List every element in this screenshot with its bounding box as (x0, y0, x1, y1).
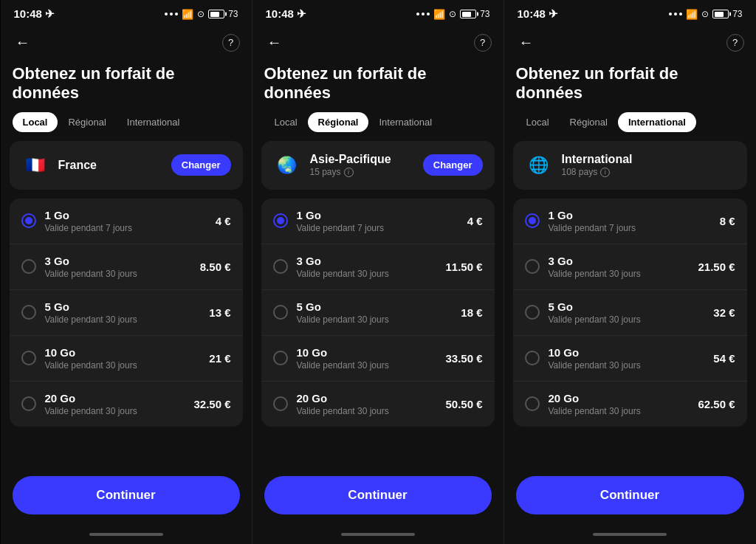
radio-button[interactable] (525, 396, 540, 411)
header: ← ? (1, 25, 252, 57)
plan-info: 3 GoValide pendant 30 jours (297, 255, 446, 279)
radio-button[interactable] (273, 259, 288, 274)
tab-regional[interactable]: Régional (308, 112, 369, 132)
radio-button[interactable] (21, 396, 36, 411)
radio-button[interactable] (525, 305, 540, 320)
radio-button[interactable] (21, 213, 36, 228)
continue-button[interactable]: Continuer (516, 476, 744, 514)
tab-local[interactable]: Local (13, 112, 58, 132)
tab-regional[interactable]: Régional (560, 112, 618, 132)
region-selector: 🌐International108 pays i (513, 141, 747, 190)
change-region-button[interactable]: Changer (423, 154, 483, 176)
plan-item-0[interactable]: 1 GoValide pendant 7 jours4 € (261, 199, 495, 244)
home-indicator (504, 529, 756, 544)
plan-validity: Valide pendant 30 jours (45, 360, 210, 371)
plan-size: 20 Go (549, 392, 698, 404)
change-region-button[interactable]: Changer (171, 154, 231, 176)
plan-price: 8.50 € (200, 261, 231, 273)
plan-size: 20 Go (297, 392, 446, 404)
plan-info: 3 GoValide pendant 30 jours (45, 255, 200, 279)
plan-item-4[interactable]: 20 GoValide pendant 30 jours32.50 € (10, 382, 243, 427)
plan-validity: Valide pendant 7 jours (549, 223, 720, 233)
plan-size: 10 Go (297, 346, 446, 359)
status-time: 10:48 ✈ (518, 7, 559, 21)
region-name: Asie-Pacifique (310, 153, 423, 166)
plan-item-0[interactable]: 1 GoValide pendant 7 jours8 € (513, 199, 747, 244)
help-button[interactable]: ? (222, 34, 240, 52)
plan-size: 1 Go (45, 209, 216, 221)
plan-info: 5 GoValide pendant 30 jours (45, 300, 210, 325)
plan-validity: Valide pendant 30 jours (549, 406, 698, 416)
header: ← ? (504, 25, 756, 57)
radio-inner (529, 217, 536, 224)
plan-size: 5 Go (549, 300, 714, 313)
radio-button[interactable] (273, 351, 288, 365)
battery-icon (460, 10, 476, 18)
plan-price: 4 € (467, 215, 483, 227)
plan-item-2[interactable]: 5 GoValide pendant 30 jours32 € (513, 290, 747, 336)
scroll-content: 🌐International108 pays i1 GoValide penda… (504, 141, 756, 467)
tab-local[interactable]: Local (264, 112, 308, 132)
plan-info: 1 GoValide pendant 7 jours (297, 209, 467, 233)
tab-international[interactable]: International (618, 112, 696, 132)
radio-button[interactable] (21, 351, 36, 365)
tab-international[interactable]: International (368, 112, 442, 132)
plan-item-2[interactable]: 5 GoValide pendant 30 jours18 € (261, 290, 495, 336)
phone-phone-local: 10:48 ✈ 📶 ⊙ 73 ← ? Obtenez un forfait de… (1, 0, 252, 544)
plan-item-1[interactable]: 3 GoValide pendant 30 jours21.50 € (513, 244, 747, 290)
plan-item-3[interactable]: 10 GoValide pendant 30 jours33.50 € (261, 336, 495, 382)
plans-list: 1 GoValide pendant 7 jours4 €3 GoValide … (10, 199, 243, 427)
plan-price: 32.50 € (193, 398, 230, 410)
wifi-signal-icon: ⊙ (197, 9, 205, 19)
plan-info: 10 GoValide pendant 30 jours (549, 346, 714, 371)
plan-item-1[interactable]: 3 GoValide pendant 30 jours11.50 € (261, 244, 495, 290)
region-selector: 🇫🇷FranceChanger (10, 141, 243, 190)
info-icon: i (344, 168, 354, 177)
plan-item-3[interactable]: 10 GoValide pendant 30 jours54 € (513, 336, 747, 382)
region-info: Asie-Pacifique15 pays i (310, 153, 423, 177)
plan-info: 5 GoValide pendant 30 jours (297, 300, 461, 325)
continue-button[interactable]: Continuer (13, 476, 240, 514)
radio-button[interactable] (273, 213, 288, 228)
continue-button[interactable]: Continuer (264, 476, 492, 514)
radio-button[interactable] (273, 305, 288, 320)
back-button[interactable]: ← (264, 31, 285, 54)
plan-info: 10 GoValide pendant 30 jours (297, 346, 446, 371)
plan-validity: Valide pendant 7 jours (45, 223, 216, 233)
help-button[interactable]: ? (726, 34, 744, 52)
home-indicator (252, 529, 504, 544)
plan-info: 20 GoValide pendant 30 jours (45, 392, 194, 416)
plan-size: 1 Go (549, 209, 720, 221)
tab-regional[interactable]: Régional (58, 112, 116, 132)
plan-price: 33.50 € (445, 352, 482, 365)
tab-local[interactable]: Local (516, 112, 560, 132)
back-button[interactable]: ← (13, 31, 33, 54)
radio-button[interactable] (525, 213, 540, 228)
help-button[interactable]: ? (474, 34, 492, 52)
continue-area: Continuer (1, 467, 252, 529)
plan-price: 32 € (713, 306, 735, 319)
plan-item-3[interactable]: 10 GoValide pendant 30 jours21 € (10, 336, 243, 382)
plan-item-2[interactable]: 5 GoValide pendant 30 jours13 € (10, 290, 243, 336)
radio-button[interactable] (525, 259, 540, 274)
back-button[interactable]: ← (516, 31, 537, 54)
wifi-signal-icon: ⊙ (701, 9, 709, 19)
plan-size: 5 Go (45, 300, 210, 313)
plan-item-4[interactable]: 20 GoValide pendant 30 jours50.50 € (261, 382, 495, 427)
plan-price: 4 € (216, 215, 231, 227)
signal-dots-icon (165, 13, 178, 16)
plan-item-0[interactable]: 1 GoValide pendant 7 jours4 € (10, 199, 243, 244)
region-icon: 🌐 (525, 151, 553, 179)
plan-validity: Valide pendant 30 jours (549, 269, 698, 279)
plan-price: 21 € (209, 352, 230, 365)
radio-button[interactable] (21, 305, 36, 320)
region-sub: 15 pays i (310, 167, 423, 177)
plan-item-4[interactable]: 20 GoValide pendant 30 jours62.50 € (513, 382, 747, 427)
status-time: 10:48 ✈ (14, 7, 55, 21)
radio-button[interactable] (525, 351, 540, 365)
tab-international[interactable]: International (117, 112, 190, 132)
continue-area: Continuer (252, 467, 504, 529)
radio-button[interactable] (21, 259, 36, 274)
radio-button[interactable] (273, 396, 288, 411)
plan-item-1[interactable]: 3 GoValide pendant 30 jours8.50 € (10, 244, 243, 290)
